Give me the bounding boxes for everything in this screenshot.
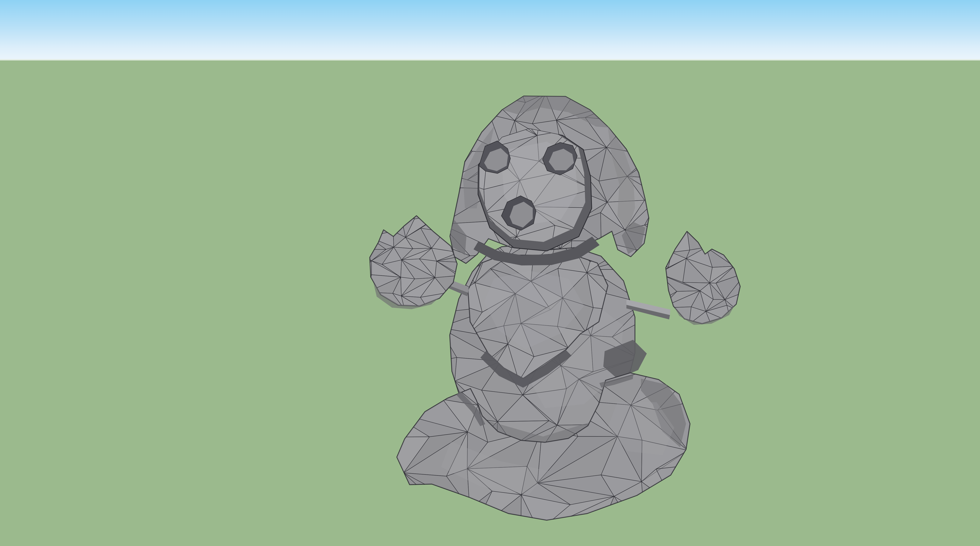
sky-background: [0, 0, 980, 59]
3d-viewport[interactable]: [0, 0, 980, 546]
horizon-line: [0, 59, 980, 61]
